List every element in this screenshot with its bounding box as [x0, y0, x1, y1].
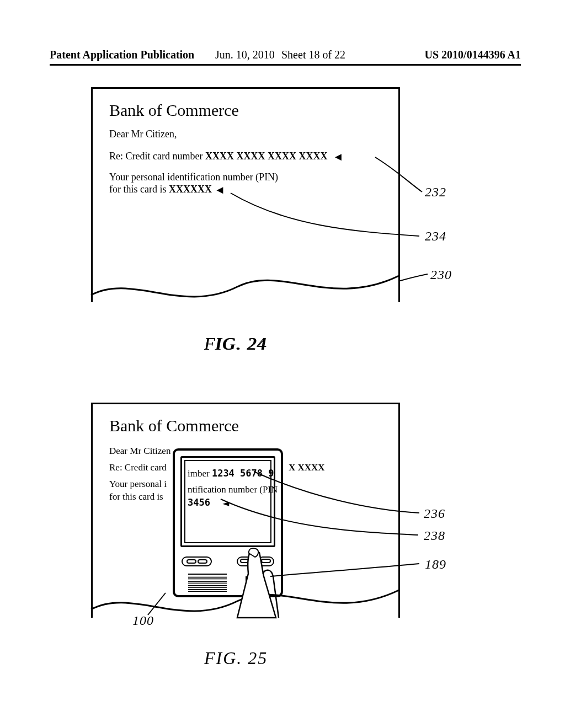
fig25-caption: FIG. 25 [204, 648, 268, 668]
leader-238 [221, 499, 418, 535]
leader-236 [254, 472, 419, 513]
finger-icon [237, 548, 279, 618]
leader-189 [270, 564, 419, 576]
patent-figure-page: Patent Application Publication Jun. 10, … [0, 0, 565, 728]
ref-100: 100 [132, 613, 154, 628]
fig25-overlay-svg [0, 0, 565, 728]
ref-189: 189 [425, 557, 446, 572]
ref-238: 238 [424, 528, 445, 543]
ref-236: 236 [424, 506, 445, 521]
leader-100 [148, 593, 166, 615]
